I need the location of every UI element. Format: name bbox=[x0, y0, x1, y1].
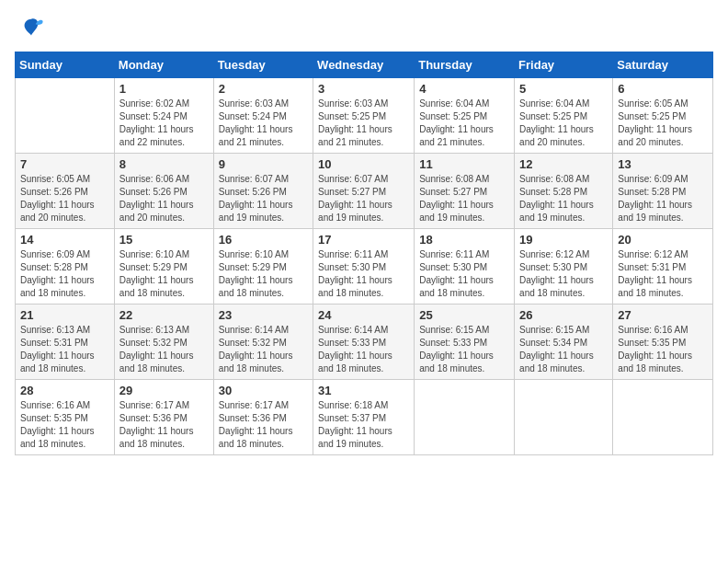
day-number: 9 bbox=[219, 157, 308, 171]
day-number: 11 bbox=[419, 157, 509, 171]
calendar-cell: 25Sunrise: 6:15 AMSunset: 5:33 PMDayligh… bbox=[415, 304, 515, 380]
day-number: 2 bbox=[219, 82, 308, 96]
calendar-cell: 6Sunrise: 6:05 AMSunset: 5:25 PMDaylight… bbox=[613, 78, 713, 154]
day-info: Sunrise: 6:08 AMSunset: 5:28 PMDaylight:… bbox=[519, 173, 608, 224]
day-number: 22 bbox=[119, 308, 209, 322]
day-info: Sunrise: 6:15 AMSunset: 5:34 PMDaylight:… bbox=[519, 324, 608, 375]
calendar-cell: 10Sunrise: 6:07 AMSunset: 5:27 PMDayligh… bbox=[313, 154, 415, 229]
day-info: Sunrise: 6:11 AMSunset: 5:30 PMDaylight:… bbox=[419, 248, 509, 300]
day-number: 31 bbox=[318, 384, 409, 397]
calendar-cell bbox=[415, 380, 515, 455]
weekday-header: Wednesday bbox=[313, 52, 415, 78]
calendar-cell: 15Sunrise: 6:10 AMSunset: 5:29 PMDayligh… bbox=[114, 229, 213, 304]
day-info: Sunrise: 6:17 AMSunset: 5:36 PMDaylight:… bbox=[119, 399, 209, 451]
day-info: Sunrise: 6:07 AMSunset: 5:27 PMDaylight:… bbox=[318, 173, 409, 224]
calendar-cell bbox=[515, 380, 613, 455]
weekday-header: Friday bbox=[515, 52, 613, 78]
calendar-cell: 24Sunrise: 6:14 AMSunset: 5:33 PMDayligh… bbox=[313, 304, 415, 380]
day-info: Sunrise: 6:18 AMSunset: 5:37 PMDaylight:… bbox=[318, 399, 409, 451]
day-number: 28 bbox=[20, 384, 109, 397]
day-number: 17 bbox=[318, 233, 409, 247]
calendar-cell: 3Sunrise: 6:03 AMSunset: 5:25 PMDaylight… bbox=[313, 78, 415, 154]
day-info: Sunrise: 6:16 AMSunset: 5:35 PMDaylight:… bbox=[618, 324, 708, 375]
day-number: 5 bbox=[519, 82, 608, 96]
calendar-header-row: SundayMondayTuesdayWednesdayThursdayFrid… bbox=[16, 52, 713, 78]
day-number: 18 bbox=[419, 233, 509, 247]
calendar-cell: 5Sunrise: 6:04 AMSunset: 5:25 PMDaylight… bbox=[515, 78, 613, 154]
day-info: Sunrise: 6:05 AMSunset: 5:25 PMDaylight:… bbox=[618, 98, 708, 149]
day-number: 20 bbox=[618, 233, 708, 247]
day-number: 14 bbox=[20, 233, 109, 247]
day-info: Sunrise: 6:14 AMSunset: 5:32 PMDaylight:… bbox=[219, 324, 308, 375]
day-info: Sunrise: 6:10 AMSunset: 5:29 PMDaylight:… bbox=[219, 248, 308, 300]
day-info: Sunrise: 6:12 AMSunset: 5:30 PMDaylight:… bbox=[519, 248, 608, 300]
day-number: 23 bbox=[219, 308, 308, 322]
calendar-week-row: 14Sunrise: 6:09 AMSunset: 5:28 PMDayligh… bbox=[16, 229, 713, 304]
calendar-cell: 20Sunrise: 6:12 AMSunset: 5:31 PMDayligh… bbox=[613, 229, 713, 304]
day-info: Sunrise: 6:03 AMSunset: 5:24 PMDaylight:… bbox=[219, 98, 308, 149]
day-info: Sunrise: 6:10 AMSunset: 5:29 PMDaylight:… bbox=[119, 248, 209, 300]
calendar-cell: 26Sunrise: 6:15 AMSunset: 5:34 PMDayligh… bbox=[515, 304, 613, 380]
day-info: Sunrise: 6:04 AMSunset: 5:25 PMDaylight:… bbox=[519, 98, 608, 149]
calendar-cell: 16Sunrise: 6:10 AMSunset: 5:29 PMDayligh… bbox=[213, 229, 313, 304]
day-number: 26 bbox=[519, 308, 608, 322]
day-number: 1 bbox=[119, 82, 209, 96]
day-number: 3 bbox=[318, 82, 409, 96]
calendar-cell: 9Sunrise: 6:07 AMSunset: 5:26 PMDaylight… bbox=[213, 154, 313, 229]
calendar-cell: 11Sunrise: 6:08 AMSunset: 5:27 PMDayligh… bbox=[415, 154, 515, 229]
calendar-cell: 7Sunrise: 6:05 AMSunset: 5:26 PMDaylight… bbox=[16, 154, 115, 229]
day-number: 15 bbox=[119, 233, 209, 247]
logo bbox=[15, 15, 44, 40]
calendar-cell: 14Sunrise: 6:09 AMSunset: 5:28 PMDayligh… bbox=[16, 229, 115, 304]
day-info: Sunrise: 6:05 AMSunset: 5:26 PMDaylight:… bbox=[20, 173, 109, 224]
calendar-cell: 27Sunrise: 6:16 AMSunset: 5:35 PMDayligh… bbox=[613, 304, 713, 380]
day-number: 29 bbox=[119, 384, 209, 397]
day-info: Sunrise: 6:11 AMSunset: 5:30 PMDaylight:… bbox=[318, 248, 409, 300]
calendar-cell: 30Sunrise: 6:17 AMSunset: 5:36 PMDayligh… bbox=[213, 380, 313, 455]
calendar-cell: 23Sunrise: 6:14 AMSunset: 5:32 PMDayligh… bbox=[213, 304, 313, 380]
day-number: 8 bbox=[119, 157, 209, 171]
day-info: Sunrise: 6:12 AMSunset: 5:31 PMDaylight:… bbox=[618, 248, 708, 300]
calendar-cell: 31Sunrise: 6:18 AMSunset: 5:37 PMDayligh… bbox=[313, 380, 415, 455]
day-info: Sunrise: 6:07 AMSunset: 5:26 PMDaylight:… bbox=[219, 173, 308, 224]
calendar-cell: 17Sunrise: 6:11 AMSunset: 5:30 PMDayligh… bbox=[313, 229, 415, 304]
day-info: Sunrise: 6:13 AMSunset: 5:31 PMDaylight:… bbox=[20, 324, 109, 375]
day-info: Sunrise: 6:15 AMSunset: 5:33 PMDaylight:… bbox=[419, 324, 509, 375]
calendar-cell: 21Sunrise: 6:13 AMSunset: 5:31 PMDayligh… bbox=[16, 304, 115, 380]
weekday-header: Tuesday bbox=[213, 52, 313, 78]
calendar-cell: 12Sunrise: 6:08 AMSunset: 5:28 PMDayligh… bbox=[515, 154, 613, 229]
calendar-cell: 1Sunrise: 6:02 AMSunset: 5:24 PMDaylight… bbox=[114, 78, 213, 154]
day-info: Sunrise: 6:08 AMSunset: 5:27 PMDaylight:… bbox=[419, 173, 509, 224]
day-number: 25 bbox=[419, 308, 509, 322]
weekday-header: Thursday bbox=[415, 52, 515, 78]
calendar-week-row: 28Sunrise: 6:16 AMSunset: 5:35 PMDayligh… bbox=[16, 380, 713, 455]
day-info: Sunrise: 6:17 AMSunset: 5:36 PMDaylight:… bbox=[219, 399, 308, 451]
weekday-header: Saturday bbox=[613, 52, 713, 78]
calendar-week-row: 21Sunrise: 6:13 AMSunset: 5:31 PMDayligh… bbox=[16, 304, 713, 380]
calendar-cell: 8Sunrise: 6:06 AMSunset: 5:26 PMDaylight… bbox=[114, 154, 213, 229]
calendar-week-row: 1Sunrise: 6:02 AMSunset: 5:24 PMDaylight… bbox=[16, 78, 713, 154]
calendar-cell: 28Sunrise: 6:16 AMSunset: 5:35 PMDayligh… bbox=[16, 380, 115, 455]
day-number: 6 bbox=[618, 82, 708, 96]
calendar-cell bbox=[16, 78, 115, 154]
day-number: 21 bbox=[20, 308, 109, 322]
day-number: 10 bbox=[318, 157, 409, 171]
day-number: 4 bbox=[419, 82, 509, 96]
day-number: 24 bbox=[318, 308, 409, 322]
page-header bbox=[15, 15, 713, 40]
day-info: Sunrise: 6:03 AMSunset: 5:25 PMDaylight:… bbox=[318, 98, 409, 149]
calendar-cell: 13Sunrise: 6:09 AMSunset: 5:28 PMDayligh… bbox=[613, 154, 713, 229]
day-info: Sunrise: 6:06 AMSunset: 5:26 PMDaylight:… bbox=[119, 173, 209, 224]
day-info: Sunrise: 6:02 AMSunset: 5:24 PMDaylight:… bbox=[119, 98, 209, 149]
day-number: 13 bbox=[618, 157, 708, 171]
weekday-header: Sunday bbox=[16, 52, 115, 78]
weekday-header: Monday bbox=[114, 52, 213, 78]
calendar-cell: 29Sunrise: 6:17 AMSunset: 5:36 PMDayligh… bbox=[114, 380, 213, 455]
calendar-cell bbox=[613, 380, 713, 455]
calendar-cell: 4Sunrise: 6:04 AMSunset: 5:25 PMDaylight… bbox=[415, 78, 515, 154]
day-number: 19 bbox=[519, 233, 608, 247]
day-number: 16 bbox=[219, 233, 308, 247]
calendar-week-row: 7Sunrise: 6:05 AMSunset: 5:26 PMDaylight… bbox=[16, 154, 713, 229]
day-info: Sunrise: 6:09 AMSunset: 5:28 PMDaylight:… bbox=[618, 173, 708, 224]
day-info: Sunrise: 6:16 AMSunset: 5:35 PMDaylight:… bbox=[20, 399, 109, 451]
